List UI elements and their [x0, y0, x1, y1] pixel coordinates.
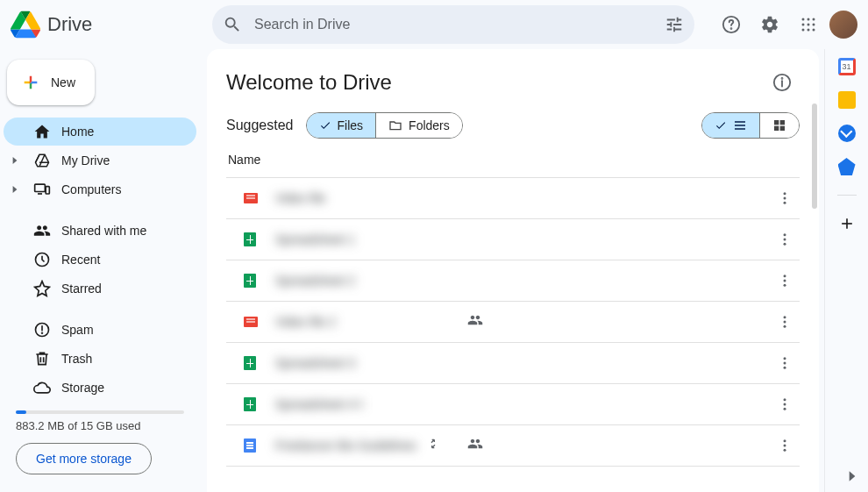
expand-toggle[interactable]: [7, 186, 23, 193]
info-button[interactable]: [765, 65, 800, 100]
sidebar-item-label: Starred: [61, 282, 102, 296]
people-icon: [33, 222, 51, 239]
sidebar-item-label: Spam: [61, 323, 94, 337]
svg-point-39: [784, 408, 786, 410]
more-actions-button[interactable]: [772, 309, 798, 335]
sidebar-item-label: My Drive: [61, 153, 110, 168]
file-name: Spreadsheet 1: [275, 232, 772, 246]
contacts-app-icon[interactable]: [838, 158, 856, 175]
sidebar-item-mydrive[interactable]: My Drive: [4, 146, 196, 175]
grid-icon: [772, 118, 786, 132]
svg-point-30: [784, 284, 786, 287]
sidebar: New Home My Drive Computers Shared with …: [0, 49, 207, 492]
sidebar-item-trash[interactable]: Trash: [4, 345, 196, 373]
sidebar-item-recent[interactable]: Recent: [4, 246, 196, 274]
sidebar-item-shared[interactable]: Shared with me: [4, 217, 196, 245]
shortcut-icon: [426, 437, 440, 454]
sidebar-item-label: Recent: [61, 253, 100, 267]
sidebar-item-label: Home: [61, 125, 94, 139]
file-name: Spreadsheet 4 l-: [275, 397, 772, 411]
file-row[interactable]: Spreadsheet 1: [226, 219, 800, 260]
column-header-name[interactable]: Name: [226, 153, 800, 178]
more-vertical-icon: [777, 273, 793, 289]
video-file-icon: [244, 315, 258, 329]
search-options-icon[interactable]: [665, 15, 684, 34]
plus-icon: [21, 73, 40, 92]
expand-toggle[interactable]: [7, 157, 23, 164]
sidebar-item-label: Trash: [61, 352, 92, 366]
drive-icon: [33, 152, 51, 169]
file-name: Spreadsheet 2: [275, 274, 772, 288]
new-button[interactable]: New: [7, 60, 95, 105]
cloud-icon: [33, 379, 51, 396]
chevron-right-icon: [11, 157, 18, 164]
sidebar-item-storage[interactable]: Storage: [4, 374, 196, 402]
file-row[interactable]: Freelancer Bio Guidelines: [226, 425, 800, 467]
file-row[interactable]: Spreadsheet 4 l-: [226, 384, 800, 425]
check-icon: [319, 119, 331, 132]
file-name: Freelancer Bio Guidelines: [275, 439, 772, 453]
more-actions-button[interactable]: [772, 432, 798, 459]
svg-point-8: [802, 29, 805, 32]
svg-point-27: [784, 243, 786, 246]
filter-files-tab[interactable]: Files: [307, 113, 376, 138]
video-file-icon: [244, 191, 258, 205]
file-name: Video file 2: [275, 315, 772, 329]
sidebar-item-home[interactable]: Home: [4, 118, 196, 146]
svg-point-15: [42, 332, 43, 333]
svg-point-33: [784, 325, 786, 328]
clock-icon: [33, 251, 51, 268]
sidebar-item-computers[interactable]: Computers: [4, 175, 196, 203]
keep-app-icon[interactable]: [838, 91, 856, 109]
svg-rect-21: [780, 126, 785, 131]
svg-point-22: [784, 192, 786, 195]
grid-view-button[interactable]: [759, 113, 799, 138]
search-input[interactable]: [254, 17, 652, 32]
file-row[interactable]: Spreadsheet 3: [226, 343, 800, 384]
filter-folders-tab[interactable]: Folders: [375, 113, 462, 138]
spam-icon: [33, 321, 51, 339]
svg-point-40: [784, 439, 786, 442]
more-actions-button[interactable]: [772, 226, 798, 253]
help-icon: [722, 15, 741, 34]
svg-rect-18: [774, 120, 779, 125]
sidebar-item-starred[interactable]: Starred: [4, 275, 196, 303]
add-app-button[interactable]: [838, 215, 856, 232]
header: Drive: [0, 0, 868, 49]
get-storage-button[interactable]: Get more storage: [16, 443, 152, 474]
sheet-file-icon: [244, 356, 258, 370]
content-panel: Welcome to Drive Suggested Files Folders: [207, 49, 819, 492]
more-actions-button[interactable]: [772, 391, 798, 417]
sheet-file-icon: [244, 274, 258, 288]
doc-file-icon: [244, 439, 258, 453]
file-row[interactable]: Video file 2: [226, 302, 800, 343]
more-actions-button[interactable]: [772, 350, 798, 376]
sidebar-item-spam[interactable]: Spam: [4, 316, 196, 344]
svg-point-7: [813, 24, 815, 26]
tasks-app-icon[interactable]: [838, 125, 856, 142]
svg-point-34: [784, 357, 786, 360]
more-vertical-icon: [777, 190, 793, 206]
svg-rect-11: [35, 184, 46, 191]
svg-point-3: [808, 18, 810, 21]
more-actions-button[interactable]: [772, 267, 798, 294]
devices-icon: [33, 181, 51, 198]
help-button[interactable]: [714, 7, 749, 42]
file-list: Video fileSpreadsheet 1Spreadsheet 2Vide…: [226, 178, 800, 467]
scrollbar-thumb[interactable]: [812, 103, 817, 209]
svg-point-42: [784, 449, 786, 452]
search-bar[interactable]: [212, 5, 694, 44]
chevron-right-icon[interactable]: [843, 467, 861, 485]
file-row[interactable]: Video file: [226, 178, 800, 219]
account-avatar[interactable]: [829, 11, 857, 39]
more-vertical-icon: [777, 438, 793, 453]
more-actions-button[interactable]: [772, 185, 798, 211]
settings-button[interactable]: [752, 7, 787, 42]
more-vertical-icon: [777, 355, 793, 371]
apps-button[interactable]: [791, 7, 826, 42]
list-view-button[interactable]: [702, 113, 759, 138]
logo-area[interactable]: Drive: [7, 10, 212, 39]
file-row[interactable]: Spreadsheet 2: [226, 260, 800, 302]
svg-point-29: [784, 280, 786, 282]
calendar-app-icon[interactable]: 31: [838, 58, 856, 75]
